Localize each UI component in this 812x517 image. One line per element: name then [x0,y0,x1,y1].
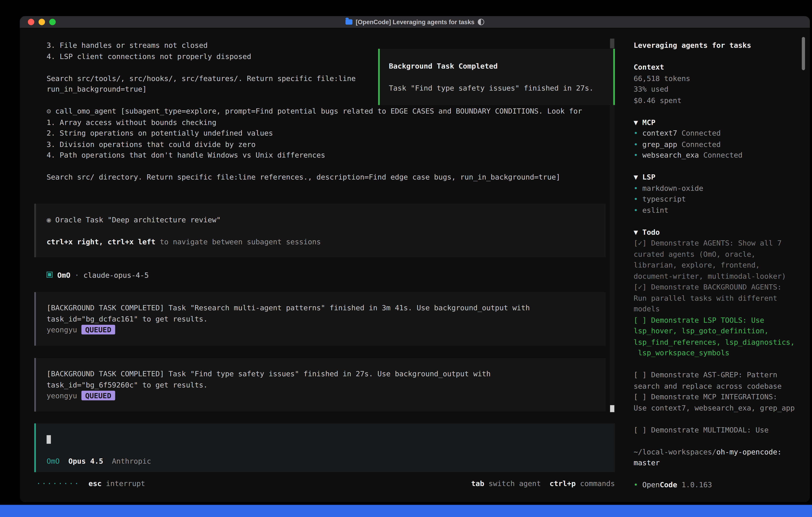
text-segment: document-writer, multimodal-looker) [634,272,786,280]
text-segment: Code [660,480,677,489]
text-segment: ▼ LSP [634,172,655,181]
scrollbar-thumb[interactable] [610,405,614,412]
text-line: ▼ MCP [634,116,804,128]
text-segment: call_omo_agent [55,107,116,115]
sidebar-scrollbar-thumb[interactable] [802,37,805,70]
text-line [634,51,804,61]
text-line: librarian, explore, frontend, [634,259,804,270]
text-line [634,106,804,116]
oracle-task-panel[interactable]: ◉ Oracle Task "Deep architecture review"… [34,204,606,257]
text-line: lsp_workspace_symbols [634,347,804,358]
text-segment: 66,518 tokens [634,74,690,82]
text-line: [ ] Demonstrate AST-GREP: Pattern [634,369,804,380]
status-badge: QUEUED [82,391,115,400]
text-segment: curated agents (OmO, oracle, [634,249,755,258]
text-segment: OmO [47,457,60,465]
text-line: • context7 Connected [634,128,804,139]
text-segment: 33% used [634,85,668,93]
text-segment: Open [642,480,660,489]
text-segment: Anthropic [112,457,151,465]
text-segment: [BACKGROUND TASK COMPLETED] Task "Resear… [47,303,530,312]
text-line [634,161,804,171]
text-segment: Search src/ directory. Return specific f… [47,172,560,181]
toast-body: Task "Find type safety issues" finished … [389,83,613,93]
text-line: ctrl+x right, ctrl+x left to navigate be… [47,236,606,247]
text-line: search and replace across codebase [634,380,804,391]
text-segment: • [634,480,642,489]
text-segment: [ ] Demonstrate LSP TOOLS: Use [634,316,764,324]
text-segment [60,457,68,465]
text-line: Use context7, websearch_exa, grep_app [634,402,804,413]
text-line: ~/local-workspaces/oh-my-opencode: [634,446,804,457]
text-segment: oh-my-opencode: [716,447,782,456]
spacer-line [389,72,613,83]
text-segment: ▼ MCP [634,117,655,126]
text-segment: • [634,206,642,214]
text-line [47,434,615,445]
text-line: ◉ Oracle Task "Deep architecture review" [47,214,606,225]
text-line: Leveraging agents for tasks [634,39,804,51]
text-line: [BACKGROUND TASK COMPLETED] Task "Resear… [47,302,606,313]
text-segment: [ ] Demonstrate MULTIMODAL: Use [634,425,768,434]
text-segment: 4. Path operations that don't handle Win… [47,151,325,159]
activity-dots: ········ [36,479,80,487]
text-segment: Connected [699,151,743,159]
text-segment: markdown-oxide [642,184,703,192]
text-cursor [47,435,51,444]
text-segment: 3. File handles or streams not closed [47,41,208,49]
status-right: tab switch agent ctrl+p commands [471,478,615,489]
background-task-message-1: [BACKGROUND TASK COMPLETED] Task "Resear… [34,292,606,346]
background-task-toast: Background Task Completed Task "Find typ… [378,49,615,105]
text-line: • eslint [634,205,804,216]
text-line: • OpenCode 1.0.163 [634,479,804,490]
text-segment: [subagent_type=explore, prompt=Find pote… [116,107,582,115]
text-line: document-writer, multimodal-looker) [634,270,804,281]
text-segment: ⚙ [47,107,55,115]
text-line: • grep_app Connected [634,139,804,149]
text-line: lsp_hover, lsp_goto_definition, [634,325,804,336]
prompt-input[interactable]: OmO Opus 4.5 Anthropic [34,424,615,472]
window-title-area: [OpenCode] Leveraging agents for tasks [20,16,810,28]
text-line: OmO Opus 4.5 Anthropic [47,456,615,467]
text-segment: 2. String operations on potentially unde… [47,129,273,137]
text-line: yeongyu QUEUED [47,390,606,401]
text-segment: commands [576,479,615,487]
text-segment: task_id="bg_6f59260c" to get results. [47,380,208,389]
text-line [634,413,804,424]
text-segment: task_id="bg_dcfac161" to get results. [47,314,208,323]
text-line: • markdown-oxide [634,183,804,193]
text-segment: 3. Division operations that could divide… [47,140,256,148]
session-sidebar: Leveraging agents for tasks Context66,51… [625,28,810,502]
status-left: ········ esc interrupt [36,478,145,489]
text-segment: search and replace across codebase [634,381,782,390]
text-segment: [ ] Demonstrate MCP INTEGRATIONS: [634,392,777,401]
text-line: yeongyu QUEUED [47,324,606,335]
text-line: ▼ LSP [634,171,804,183]
text-line [634,468,804,479]
text-segment [541,479,550,487]
text-segment: Context [634,63,664,71]
text-line [47,161,609,171]
text-segment: claude-opus-4-5 [84,271,149,279]
titlebar: [OpenCode] Leveraging agents for tasks [20,16,810,28]
text-segment: tab [471,479,484,487]
text-segment: Use context7, websearch_exa, grep_app [634,403,794,412]
text-segment: Opus 4.5 [68,457,103,465]
text-line: master [634,457,804,468]
text-line: Run parallel tasks with different [634,292,804,303]
text-line: [BACKGROUND TASK COMPLETED] Task "Find t… [47,368,606,379]
chat-main-pane: 3. File handles or streams not closed4. … [20,28,625,502]
text-segment: grep_app [642,140,677,148]
text-line [47,445,615,456]
screen: [OpenCode] Leveraging agents for tasks 3… [0,0,812,517]
text-segment: 1.0.163 [677,480,712,489]
text-line: task_id="bg_dcfac161" to get results. [47,313,606,324]
text-segment [80,479,89,487]
text-segment: • [634,194,642,203]
text-line: 3. Division operations that could divide… [47,139,609,149]
text-segment: master [634,458,660,467]
text-segment: OmO [57,271,70,279]
text-line: 1. Array access without bounds checking [47,116,609,128]
text-line: [ ] Demonstrate MULTIMODAL: Use [634,424,804,435]
text-line: $0.46 spent [634,94,804,106]
